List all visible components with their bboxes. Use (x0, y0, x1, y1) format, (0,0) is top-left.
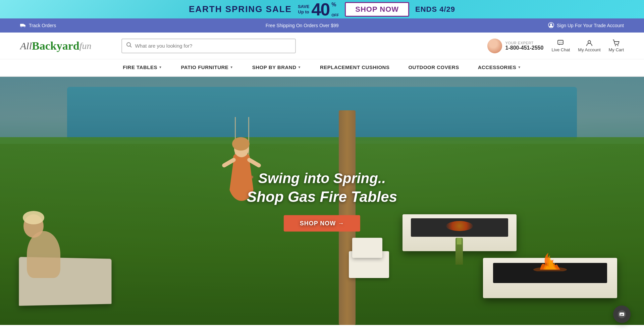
nav-accessories[interactable]: ACCESSORIES ▼ (469, 59, 531, 76)
svg-point-16 (621, 314, 621, 315)
logo-backyard: Backyard (32, 40, 79, 52)
chevron-down-icon: ▼ (518, 65, 521, 69)
expert-label: YOUR EXPERT (505, 41, 544, 45)
search-icon (126, 42, 132, 50)
chevron-down-icon: ▼ (159, 65, 162, 69)
banner-ends-text: ENDS 4/29 (415, 5, 455, 14)
svg-point-10 (588, 41, 591, 43)
person-lounger (20, 231, 121, 305)
track-orders-label: Track Orders (29, 23, 56, 28)
fire-flames (527, 251, 574, 271)
banner-discount: SAVE Up to 40 % OFF (298, 1, 339, 18)
my-cart-button[interactable]: My Cart (609, 39, 624, 52)
svg-rect-0 (20, 24, 24, 26)
nav-outdoor-covers[interactable]: OUTDOOR COVERS (399, 59, 468, 76)
track-orders-link[interactable]: Track Orders (20, 23, 56, 29)
my-cart-label: My Cart (609, 47, 624, 52)
expert-section: YOUR EXPERT 1-800-451-2550 (487, 39, 544, 53)
hero-content: Swing into Spring.. Shop Gas Fire Tables… (247, 170, 397, 232)
cart-icon (612, 39, 620, 47)
chat-bubble-button[interactable] (613, 306, 631, 323)
logo-all: All (20, 40, 32, 52)
my-account-button[interactable]: My Account (578, 39, 600, 52)
main-navigation: FIRE TABLES ▼ PATIO FURNITURE ▼ SHOP BY … (0, 59, 644, 77)
header: All Backyard fun YOUR EXPERT 1-800-451-2… (0, 33, 644, 59)
banner-amount: 40 (311, 1, 329, 18)
site-logo[interactable]: All Backyard fun (20, 40, 91, 52)
truck-icon (20, 23, 26, 29)
trade-account-label: Sign Up For Your Trade Account (557, 23, 624, 28)
banner-save-text: SAVE Up to (298, 4, 309, 14)
svg-point-2 (24, 26, 25, 27)
chevron-down-icon: ▼ (230, 65, 233, 69)
my-account-label: My Account (578, 47, 600, 52)
hero-section: Swing into Spring.. Shop Gas Fire Tables… (0, 77, 644, 325)
user-circle-icon (548, 22, 554, 29)
svg-point-1 (21, 26, 22, 27)
search-input[interactable] (135, 43, 291, 49)
chat-bubble-icon (618, 310, 626, 319)
header-right: YOUR EXPERT 1-800-451-2550 Live Chat My … (487, 39, 624, 53)
top-banner: EARTH SPRING SALE SAVE Up to 40 % OFF SH… (0, 0, 644, 18)
banner-sale-name: EARTH SPRING SALE (189, 4, 292, 14)
nav-shop-by-brand[interactable]: SHOP BY BRAND ▼ (243, 59, 311, 76)
fire-table-2 (483, 258, 617, 298)
expert-info: YOUR EXPERT 1-800-451-2550 (505, 41, 544, 51)
live-chat-label: Live Chat (551, 47, 570, 52)
hero-title-line2: Shop Gas Fire Tables (247, 188, 397, 205)
free-shipping-text: Free Shipping On Orders Over $99 (266, 23, 339, 28)
banner-content: EARTH SPRING SALE SAVE Up to 40 % OFF SH… (189, 1, 455, 18)
banner-percent-off: % OFF (331, 2, 339, 17)
svg-point-7 (559, 42, 560, 43)
hero-shop-now-button[interactable]: SHOP NOW → (284, 215, 361, 232)
svg-point-9 (562, 42, 562, 43)
chevron-down-icon: ▼ (298, 65, 301, 69)
trade-account-link[interactable]: Sign Up For Your Trade Account (548, 22, 624, 29)
nav-fire-tables[interactable]: FIRE TABLES ▼ (113, 59, 171, 76)
svg-point-8 (560, 42, 561, 43)
expert-phone[interactable]: 1-800-451-2550 (505, 45, 544, 51)
svg-point-17 (622, 314, 622, 315)
nav-replacement-cushions[interactable]: REPLACEMENT CUSHIONS (311, 59, 399, 76)
wine-bottle (455, 238, 463, 265)
svg-point-18 (623, 314, 623, 315)
svg-point-12 (618, 45, 619, 46)
nav-patio-furniture[interactable]: PATIO FURNITURE ▼ (171, 59, 243, 76)
banner-shop-now-button[interactable]: SHOP NOW (345, 2, 409, 17)
info-bar: Track Orders Free Shipping On Orders Ove… (0, 18, 644, 33)
svg-point-4 (550, 23, 552, 25)
expert-avatar (487, 39, 502, 53)
chat-icon (557, 39, 565, 47)
live-chat-button[interactable]: Live Chat (551, 39, 570, 52)
account-icon (586, 39, 593, 47)
logo-fun: fun (79, 41, 92, 51)
chair-cushion-2 (352, 238, 382, 258)
hero-title-line1: Swing into Spring.. (247, 170, 397, 186)
search-bar (121, 39, 296, 53)
svg-point-11 (615, 45, 616, 46)
